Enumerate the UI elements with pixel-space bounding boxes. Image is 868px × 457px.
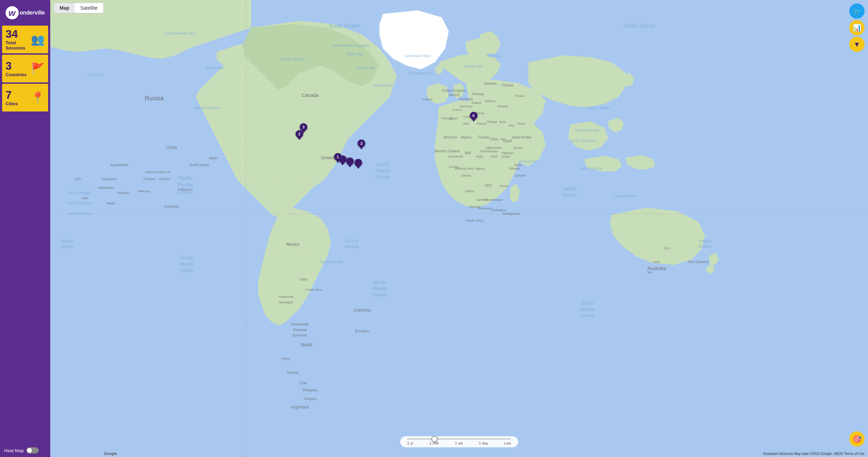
svg-text:Ocean: Ocean: [580, 313, 594, 318]
svg-text:North: North: [178, 175, 192, 181]
svg-text:Arctic Ocean: Arctic Ocean: [281, 57, 305, 62]
svg-text:Ocean: Ocean: [563, 192, 577, 198]
svg-text:Pacific: Pacific: [177, 182, 193, 188]
svg-text:Labrador Sea: Labrador Sea: [372, 83, 394, 87]
svg-text:South: South: [181, 255, 194, 261]
svg-text:Baffin Bay: Baffin Bay: [347, 52, 363, 56]
svg-text:Mozambique: Mozambique: [485, 198, 503, 201]
svg-text:Paraguay: Paraguay: [303, 388, 318, 392]
svg-text:Afghanistan: Afghanistan: [97, 186, 114, 189]
filter-button[interactable]: ▼: [849, 37, 865, 52]
svg-text:Atlantic: Atlantic: [371, 286, 387, 291]
svg-text:Guatemala: Guatemala: [278, 295, 293, 298]
map-pin-6[interactable]: [346, 158, 354, 168]
svg-text:Kenya: Kenya: [500, 184, 509, 188]
svg-text:Turkmenistan: Turkmenistan: [479, 150, 498, 153]
stat-text-countries: 3 Countries: [6, 60, 27, 77]
tab-map[interactable]: Map: [54, 3, 75, 13]
svg-text:India: India: [81, 196, 88, 200]
svg-text:Laccadive Sea: Laccadive Sea: [68, 212, 91, 215]
svg-text:Syria: Syria: [499, 120, 506, 124]
svg-text:Vietnam: Vietnam: [159, 177, 170, 181]
svg-text:Arctic Ocean: Arctic Ocean: [623, 23, 655, 29]
google-logo: Google: [104, 451, 117, 456]
svg-text:Ocean: Ocean: [61, 244, 74, 249]
svg-text:Peru: Peru: [282, 357, 290, 361]
map-pin-3[interactable]: 2: [358, 140, 365, 150]
stat-icon-countries: 🚩: [31, 62, 45, 75]
map-pin-2[interactable]: 2: [296, 130, 303, 140]
pin-tail: [341, 163, 344, 165]
svg-text:Nicaragua: Nicaragua: [279, 301, 293, 304]
location-button[interactable]: 🎯: [849, 431, 865, 447]
pin-bubble: 3: [300, 123, 307, 131]
svg-text:Norwegian Sea: Norwegian Sea: [409, 71, 433, 75]
svg-text:Venezuela: Venezuela: [291, 322, 309, 326]
svg-text:Algeria: Algeria: [461, 135, 472, 139]
svg-text:Russia: Russia: [515, 94, 525, 98]
svg-text:Bolivia: Bolivia: [287, 370, 299, 375]
svg-text:New Zealand: New Zealand: [688, 260, 709, 264]
svg-text:Ocean: Ocean: [699, 244, 712, 249]
heatmap-toggle[interactable]: [26, 447, 39, 454]
svg-text:Japan: Japan: [208, 156, 218, 160]
svg-text:Ocean: Ocean: [372, 292, 386, 297]
logo-icon: w: [6, 6, 19, 19]
pin-tail: [348, 165, 352, 168]
svg-text:Poland: Poland: [472, 101, 481, 105]
svg-text:Mali: Mali: [465, 151, 471, 155]
svg-text:Mauritania: Mauritania: [448, 155, 463, 158]
stat-label-countries: Countries: [6, 72, 27, 77]
svg-text:Greece: Greece: [476, 122, 487, 125]
svg-text:Iraq: Iraq: [508, 124, 514, 127]
chart-button[interactable]: 📊: [849, 20, 865, 35]
svg-text:Barents Sea: Barents Sea: [463, 64, 482, 68]
svg-text:Niger: Niger: [476, 155, 484, 158]
svg-text:Finland: Finland: [502, 83, 514, 87]
slider-knob[interactable]: [431, 436, 438, 442]
svg-text:WA: WA: [647, 271, 652, 274]
stat-number-countries: 3: [6, 60, 27, 71]
stat-card-cities: 7 Cities 📍: [2, 84, 48, 111]
pin-tail: [298, 137, 301, 140]
svg-text:QLD: QLD: [75, 177, 81, 181]
svg-text:Laccadive Sea: Laccadive Sea: [614, 194, 637, 198]
stat-text-cities: 7 Cities: [6, 89, 18, 106]
twitter-icon: 🐦: [853, 7, 861, 15]
svg-text:Italy: Italy: [463, 122, 469, 125]
tab-satellite[interactable]: Satellite: [75, 3, 103, 13]
svg-text:Greenland Sea: Greenland Sea: [405, 54, 431, 58]
map-pin-8[interactable]: 6: [470, 112, 477, 122]
filter-icon: ▼: [853, 41, 860, 48]
svg-text:Northwestern Passages: Northwestern Passages: [333, 44, 369, 47]
svg-text:Norway: Norway: [472, 92, 484, 96]
location-icon: 🎯: [853, 435, 861, 443]
map-pin-7[interactable]: [354, 159, 362, 169]
svg-text:Türkiye: Türkiye: [487, 120, 497, 124]
svg-text:Sea of Japan: Sea of Japan: [587, 106, 610, 110]
svg-text:Burkina Faso: Burkina Faso: [455, 167, 473, 170]
world-map: North Pacific Ocean Arctic Ocean Arctic …: [50, 0, 868, 457]
svg-text:Chile: Chile: [299, 381, 307, 385]
toggle-knob: [27, 448, 32, 453]
svg-text:Ireland: Ireland: [449, 93, 459, 97]
twitter-button[interactable]: 🐦: [849, 3, 865, 19]
svg-text:Malaysia: Malaysia: [138, 189, 150, 193]
stat-cards: 34 Total Sessions 👥 3 Countries 🚩 7 Citi…: [0, 24, 50, 113]
map-pin-5[interactable]: [339, 155, 347, 165]
svg-text:Kazakhstan: Kazakhstan: [111, 163, 129, 167]
svg-text:Iceland: Iceland: [422, 98, 432, 101]
pin-bubble: 2: [358, 140, 365, 147]
svg-text:North: North: [377, 162, 389, 167]
heatmap-toggle-area: Heat Map: [0, 444, 50, 457]
svg-text:Indian: Indian: [61, 238, 73, 243]
slider-track[interactable]: [407, 438, 511, 440]
svg-text:Ocean: Ocean: [180, 268, 194, 273]
svg-text:Colombia: Colombia: [353, 308, 371, 313]
svg-text:Iran: Iran: [500, 137, 505, 141]
svg-text:Kara Sea: Kara Sea: [486, 54, 501, 58]
svg-text:Zimbabwe: Zimbabwe: [492, 208, 506, 212]
svg-text:Kara Sea: Kara Sea: [87, 73, 104, 77]
time-slider: 1 yr 1 mth 1 wk 1 day Live: [400, 436, 518, 447]
svg-text:Western Sahara: Western Sahara: [435, 149, 460, 153]
